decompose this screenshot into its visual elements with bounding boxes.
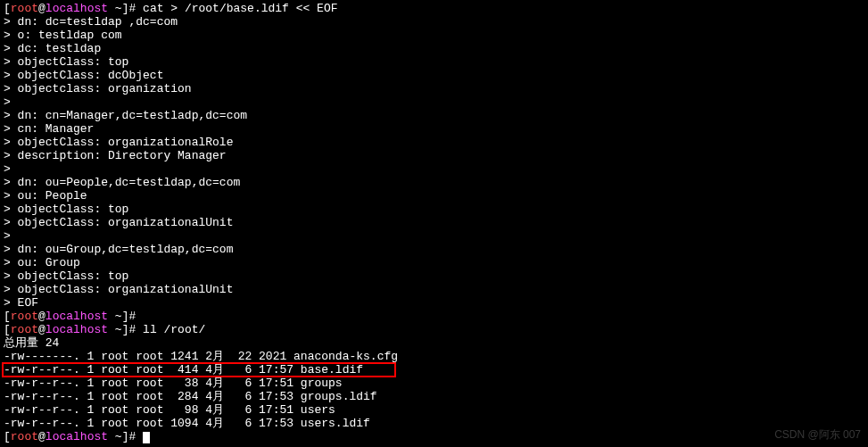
total-line: 总用量 24: [4, 336, 864, 350]
heredoc-line: > dn: dc=testldap ,dc=com: [4, 15, 864, 29]
file-row: -rw-r--r--. 1 root root 1094 4月 6 17:53 …: [4, 417, 864, 430]
prompt-tilde: ~: [108, 430, 122, 443]
file-row: -rw-------. 1 root root 1241 2月 22 2021 …: [4, 350, 864, 363]
prompt-at: @: [38, 430, 45, 443]
file-row: -rw-r--r--. 1 root root 284 4月 6 17:53 g…: [4, 390, 864, 403]
prompt-at: @: [38, 310, 45, 323]
prompt-at: @: [38, 323, 45, 336]
prompt-user: root: [11, 323, 38, 336]
file-row-text: -rw-r--r--. 1 root root 414 4月 6 17:57 b…: [4, 363, 363, 377]
prompt-tilde: ~: [108, 310, 122, 323]
heredoc-line: > objectClass: top: [4, 55, 864, 69]
heredoc-line: > dn: cn=Manager,dc=testladp,dc=com: [4, 109, 864, 122]
prompt-close: ]#: [122, 310, 143, 323]
prompt-tilde: ~: [108, 2, 122, 15]
prompt-bracket: [: [4, 323, 11, 336]
watermark-text: CSDN @阿东 007: [774, 428, 861, 442]
prompt-host: localhost: [45, 310, 108, 323]
prompt-line-3: [root@localhost ~]# ll /root/: [4, 323, 864, 336]
command-text: ll /root/: [143, 323, 205, 336]
heredoc-line: > objectClass: top: [4, 269, 864, 283]
terminal-output[interactable]: [root@localhost ~]# cat > /root/base.ldi…: [4, 2, 864, 443]
prompt-at: @: [38, 2, 45, 15]
prompt-bracket: [: [4, 2, 11, 15]
heredoc-line: > objectClass: organizationalUnit: [4, 216, 864, 229]
heredoc-line: > ou: Group: [4, 256, 864, 269]
file-row-highlighted: -rw-r--r--. 1 root root 414 4月 6 17:57 b…: [4, 363, 864, 377]
prompt-host: localhost: [45, 2, 108, 15]
prompt-bracket: [: [4, 310, 11, 323]
heredoc-line: >: [4, 162, 864, 176]
heredoc-line: >: [4, 229, 864, 243]
heredoc-line: >: [4, 95, 864, 109]
prompt-line-1: [root@localhost ~]# cat > /root/base.ldi…: [4, 2, 864, 15]
prompt-user: root: [11, 2, 38, 15]
heredoc-line: > dc: testldap: [4, 42, 864, 55]
heredoc-line: > objectClass: dcObject: [4, 69, 864, 82]
prompt-close: ]#: [122, 430, 143, 443]
heredoc-line: > cn: Manager: [4, 122, 864, 136]
file-row: -rw-r--r--. 1 root root 98 4月 6 17:51 us…: [4, 403, 864, 417]
heredoc-line: > EOF: [4, 296, 864, 310]
prompt-host: localhost: [45, 323, 108, 336]
prompt-bracket: [: [4, 430, 11, 443]
heredoc-line: > objectClass: organizationalUnit: [4, 283, 864, 296]
file-row: -rw-r--r--. 1 root root 38 4月 6 17:51 gr…: [4, 377, 864, 390]
heredoc-line: > objectclass: organization: [4, 82, 864, 95]
prompt-host: localhost: [45, 430, 108, 443]
prompt-line-2: [root@localhost ~]#: [4, 310, 864, 323]
prompt-close: ]#: [122, 323, 143, 336]
heredoc-line: > dn: ou=People,dc=testldap,dc=com: [4, 176, 864, 189]
heredoc-line: > description: Directory Manager: [4, 149, 864, 162]
command-text: cat > /root/base.ldif << EOF: [143, 2, 337, 15]
heredoc-line: > o: testldap com: [4, 29, 864, 42]
prompt-line-4[interactable]: [root@localhost ~]#: [4, 430, 864, 443]
prompt-user: root: [11, 310, 38, 323]
heredoc-line: > objectClass: top: [4, 203, 864, 216]
prompt-close: ]#: [122, 2, 143, 15]
heredoc-line: > objectClass: organizationalRole: [4, 136, 864, 149]
prompt-user: root: [11, 430, 38, 443]
heredoc-line: > ou: People: [4, 189, 864, 203]
heredoc-line: > dn: ou=Group,dc=testldap,dc=com: [4, 243, 864, 256]
prompt-tilde: ~: [108, 323, 122, 336]
cursor-icon: [143, 432, 150, 443]
